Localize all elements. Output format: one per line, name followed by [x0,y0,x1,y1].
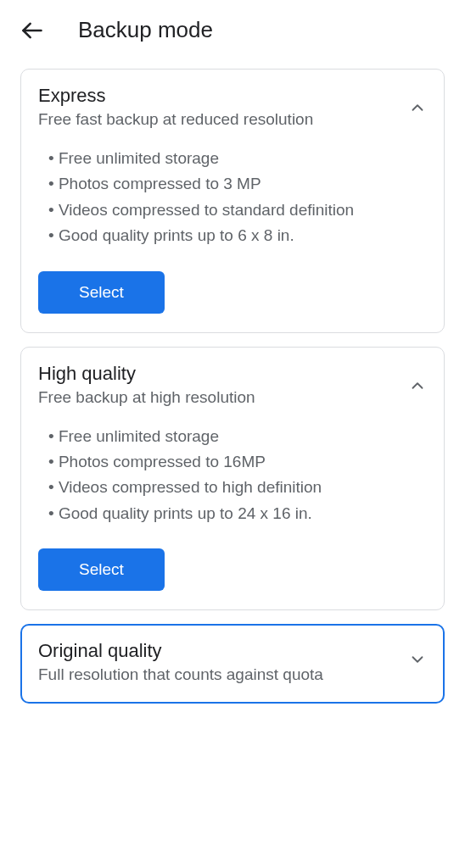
card-title: Express [38,85,408,107]
card-title-group: High quality Free backup at high resolut… [38,363,408,407]
card-header-express[interactable]: Express Free fast backup at reduced reso… [38,85,427,129]
list-item: Good quality prints up to 6 x 8 in. [38,223,427,248]
card-title-group: Original quality Full resolution that co… [38,640,408,684]
card-header-original-quality[interactable]: Original quality Full resolution that co… [38,640,427,684]
bullet-list: Free unlimited storage Photos compressed… [38,146,427,249]
card-subtitle: Free fast backup at reduced resolution [38,110,408,129]
app-header: Backup mode [0,0,465,69]
card-express: Express Free fast backup at reduced reso… [20,69,445,333]
chevron-up-icon[interactable] [408,376,427,395]
chevron-down-icon[interactable] [408,650,427,669]
list-item: Free unlimited storage [38,424,427,449]
page-title: Backup mode [78,17,213,43]
list-item: Videos compressed to high definition [38,475,427,500]
card-title-group: Express Free fast backup at reduced reso… [38,85,408,129]
card-subtitle: Full resolution that counts against quot… [38,665,408,684]
card-subtitle: Free backup at high resolution [38,388,408,407]
back-arrow-icon[interactable] [20,19,44,42]
card-title: High quality [38,363,408,385]
select-button-express[interactable]: Select [38,271,165,314]
card-original-quality: Original quality Full resolution that co… [20,624,445,704]
bullet-list: Free unlimited storage Photos compressed… [38,424,427,527]
card-title: Original quality [38,640,408,662]
list-item: Photos compressed to 16MP [38,449,427,475]
list-item: Good quality prints up to 24 x 16 in. [38,501,427,526]
list-item: Free unlimited storage [38,146,427,171]
card-high-quality: High quality Free backup at high resolut… [20,347,445,611]
list-item: Photos compressed to 3 MP [38,171,427,197]
content-area: Express Free fast backup at reduced reso… [0,69,465,704]
select-button-high-quality[interactable]: Select [38,548,165,591]
card-header-high-quality[interactable]: High quality Free backup at high resolut… [38,363,427,407]
list-item: Videos compressed to standard definition [38,198,427,223]
chevron-up-icon[interactable] [408,98,427,117]
